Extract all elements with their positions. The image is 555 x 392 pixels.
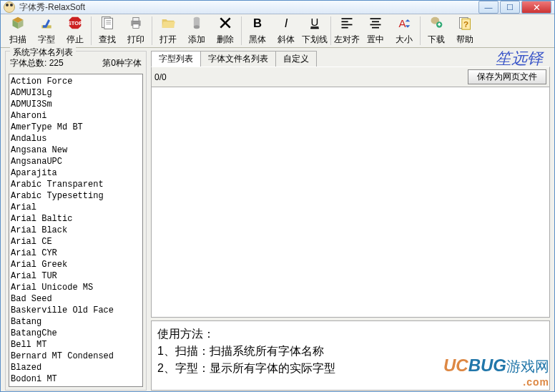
font-list-item[interactable]: Arial Unicode MS: [11, 282, 141, 293]
svg-text:A: A: [398, 17, 406, 29]
font-listbox[interactable]: Action ForceADMUI3LgADMUI3SmAharoniAmerT…: [9, 74, 143, 387]
svg-marker-29: [406, 19, 411, 21]
toolbar-label: 查找: [99, 34, 116, 46]
svg-text:?: ?: [463, 19, 468, 29]
align-left-button[interactable]: 左对齐: [333, 14, 361, 47]
toolbar-label: 停止: [67, 34, 84, 46]
font-list-item[interactable]: Aharoni: [11, 110, 141, 122]
toolbar-label: 打开: [159, 34, 177, 46]
fonttype-icon: [39, 16, 54, 32]
svg-rect-4: [104, 18, 113, 29]
size-button[interactable]: A大小: [390, 14, 418, 47]
font-list-item[interactable]: Angsana New: [11, 144, 141, 156]
toolbar-label: 删除: [217, 34, 234, 46]
app-icon: [4, 1, 15, 13]
toolbar: 扫描字型STOP停止查找打印打开添加删除B黑体I斜体U下划线左对齐置中A大小下载…: [1, 14, 554, 48]
align-center-button[interactable]: 置中: [361, 14, 390, 47]
print-button[interactable]: 打印: [122, 14, 150, 47]
find-button[interactable]: 查找: [93, 14, 122, 47]
scan-button[interactable]: 扫描: [4, 14, 32, 47]
help-button[interactable]: ?帮助: [451, 14, 479, 47]
alignc-icon: [368, 16, 383, 32]
font-list-item[interactable]: ADMUI3Lg: [11, 87, 141, 99]
toolbar-label: 打印: [127, 34, 144, 46]
open-button[interactable]: 打开: [154, 14, 182, 47]
titlebar: 字体秀-RelaxSoft — ☐ ✕: [1, 1, 554, 14]
font-list-item[interactable]: Action Force: [11, 76, 141, 87]
toolbar-label: 扫描: [9, 34, 26, 46]
find-icon: [100, 16, 114, 32]
svg-text:I: I: [285, 16, 288, 30]
instructions-box: 使用方法： 1、扫描：扫描系统所有字体名称 2、字型：显示所有字体的实际字型: [151, 320, 550, 391]
add-button[interactable]: 添加: [182, 14, 211, 47]
scan-icon: [11, 16, 25, 32]
toolbar-label: 添加: [188, 34, 205, 46]
svg-marker-30: [406, 25, 411, 27]
tab-fontfile-list[interactable]: 字体文件名列表: [200, 51, 276, 67]
download-icon: [429, 16, 443, 32]
font-list-item[interactable]: Arial CYR: [11, 248, 141, 259]
svg-text:U: U: [311, 16, 319, 28]
font-list-item[interactable]: Arial CE: [11, 236, 141, 248]
font-nth-label: 第0种字体: [102, 57, 142, 69]
preview-area[interactable]: [151, 87, 550, 318]
fonttype-button[interactable]: 字型: [32, 14, 61, 47]
font-list-item[interactable]: Arabic Typesetting: [11, 190, 141, 202]
toolbar-label: 左对齐: [334, 34, 360, 46]
tab-custom[interactable]: 自定义: [275, 51, 317, 67]
stop-icon: STOP: [68, 16, 82, 32]
instructions-line2: 2、字型：显示所有字体的实际字型: [157, 360, 544, 377]
save-as-html-button[interactable]: 保存为网页文件: [468, 69, 546, 84]
tab-fonttype-list[interactable]: 字型列表: [151, 51, 201, 67]
instructions-title: 使用方法：: [157, 325, 544, 343]
svg-point-13: [194, 25, 200, 29]
sub-toolbar: 0/0 保存为网页文件: [151, 67, 550, 87]
font-list-item[interactable]: Arial TUR: [11, 270, 141, 282]
font-list-item[interactable]: Arial Greek: [11, 259, 141, 270]
font-list-item[interactable]: AmerType Md BT: [11, 122, 141, 133]
toolbar-label: 斜体: [278, 34, 295, 46]
maximize-button[interactable]: ☐: [500, 1, 520, 14]
alignl-icon: [340, 16, 354, 32]
font-list-item[interactable]: Arial Black: [11, 225, 141, 236]
bold-button[interactable]: B黑体: [243, 14, 272, 47]
toolbar-label: 黑体: [249, 34, 266, 46]
font-list-item[interactable]: Arial Baltic: [11, 213, 141, 225]
sidebar-fieldset: 系统字体名列表 字体总数: 225 第0种字体 Action ForceADMU…: [5, 51, 147, 391]
font-list-item[interactable]: Blazed: [11, 362, 141, 373]
font-list-item[interactable]: Bell MT: [11, 339, 141, 351]
close-button[interactable]: ✕: [521, 1, 551, 14]
toolbar-label: 下划线: [302, 34, 328, 46]
svg-rect-10: [133, 24, 139, 29]
font-list-item[interactable]: Aparajita: [11, 167, 141, 179]
size-icon: A: [397, 16, 411, 32]
font-list-item[interactable]: Batang: [11, 316, 141, 328]
tabbar: 字型列表字体文件名列表自定义笙远铎: [151, 51, 550, 67]
toolbar-label: 大小: [396, 34, 413, 46]
font-list-item[interactable]: Arial: [11, 202, 141, 213]
svg-text:STOP: STOP: [68, 20, 82, 26]
italic-icon: I: [279, 16, 293, 32]
font-list-item[interactable]: Bad Seed: [11, 293, 141, 305]
svg-rect-9: [133, 18, 139, 21]
font-list-item[interactable]: ADMUI3Sm: [11, 99, 141, 110]
add-icon: [190, 16, 204, 32]
minimize-button[interactable]: —: [478, 1, 498, 14]
stop-button[interactable]: STOP停止: [61, 14, 89, 47]
font-list-item[interactable]: BatangChe: [11, 328, 141, 339]
download-button[interactable]: 下载: [422, 14, 451, 47]
toolbar-label: 帮助: [456, 34, 473, 46]
delete-button[interactable]: 删除: [211, 14, 240, 47]
underline-button[interactable]: U下划线: [300, 14, 329, 47]
font-list-item[interactable]: Baskerville Old Face: [11, 305, 141, 316]
font-list-item[interactable]: Arabic Transparent: [11, 179, 141, 190]
underline-icon: U: [308, 16, 322, 32]
font-list-item[interactable]: Bodoni MT: [11, 373, 141, 385]
italic-button[interactable]: I斜体: [272, 14, 300, 47]
font-list-item[interactable]: AngsanaUPC: [11, 156, 141, 167]
help-icon: ?: [458, 16, 472, 32]
font-list-item[interactable]: Andalus: [11, 133, 141, 144]
toolbar-label: 字型: [38, 34, 55, 46]
print-icon: [129, 16, 143, 32]
font-list-item[interactable]: Bernard MT Condensed: [11, 351, 141, 362]
